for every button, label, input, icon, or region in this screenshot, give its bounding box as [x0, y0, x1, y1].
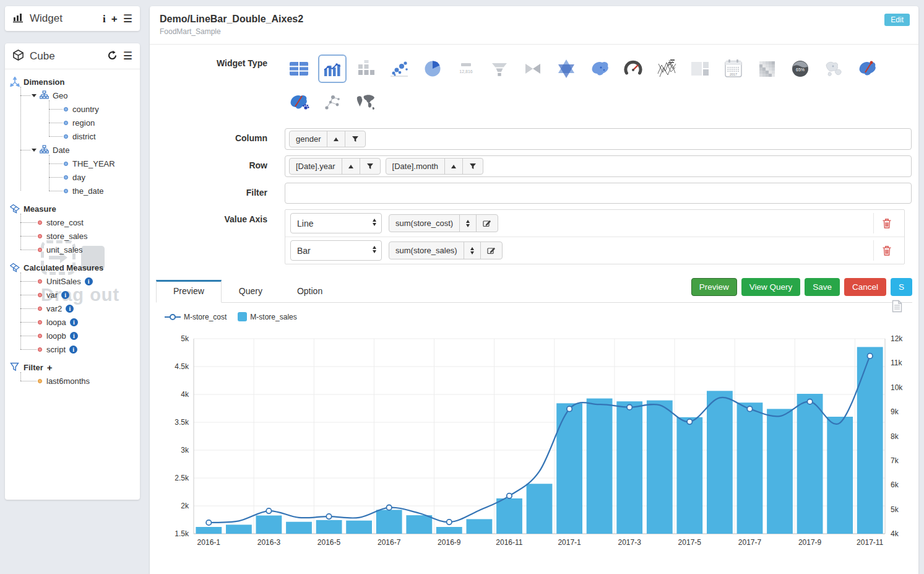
tree-item-unit_sales[interactable]: unit_sales — [5, 243, 140, 256]
measure-icon — [10, 204, 20, 214]
field-chip--date-month[interactable]: [Date].month — [386, 158, 483, 175]
svg-text:2.5k: 2.5k — [175, 474, 189, 482]
relation-graph-icon[interactable] — [318, 89, 347, 117]
info-icon[interactable]: i — [70, 318, 78, 326]
filter-funnel-icon[interactable] — [463, 159, 483, 174]
reorder-icon[interactable] — [464, 242, 481, 259]
tree-item-district[interactable]: district — [5, 129, 140, 143]
mosaic-chart-icon[interactable] — [753, 54, 781, 83]
sort-asc-icon[interactable] — [445, 159, 463, 174]
field-chip-gender[interactable]: gender — [289, 131, 366, 147]
tree-item-var[interactable]: var i — [5, 288, 140, 302]
tree-item-var2[interactable]: var2 i — [5, 302, 140, 315]
view-query-button[interactable]: View Query — [741, 278, 801, 296]
chart-legend: M-store_cost M-store_sales — [165, 312, 918, 321]
liquid-gauge-icon[interactable]: 65% — [786, 54, 814, 83]
filter-funnel-icon[interactable] — [360, 159, 380, 174]
preview-button[interactable]: Preview — [691, 278, 737, 296]
tree-item-loopa[interactable]: loopa i — [5, 315, 140, 329]
tab-query[interactable]: Query — [222, 279, 280, 303]
tree-item-loopb[interactable]: loopb i — [5, 329, 140, 342]
bowtie-chart-icon[interactable] — [519, 54, 547, 83]
tab-option[interactable]: Option — [280, 279, 340, 303]
add-widget-icon[interactable]: + — [111, 14, 118, 24]
table-chart-icon[interactable] — [285, 54, 313, 83]
tree-section-filter[interactable]: Filter + — [5, 360, 140, 374]
cube-menu-icon[interactable]: ☰ — [123, 51, 132, 61]
gauge-chart-icon[interactable] — [619, 54, 647, 83]
legend-item-store-cost[interactable]: M-store_cost — [165, 313, 227, 321]
collapse-caret-icon[interactable] — [32, 94, 37, 97]
delete-series-icon[interactable] — [873, 213, 899, 233]
add-filter-icon[interactable]: + — [47, 362, 53, 373]
calendar-chart-icon[interactable]: 2017 — [719, 54, 748, 83]
series-type-select[interactable]: Line — [290, 213, 382, 233]
aggregation-chip[interactable]: sum(store_sales) — [389, 241, 503, 259]
column-dropzone[interactable]: gender — [285, 128, 912, 150]
world-map-icon[interactable] — [352, 89, 380, 117]
aggregation-chip[interactable]: sum(store_cost) — [389, 214, 498, 232]
tree-item-last6months[interactable]: last6months — [5, 374, 140, 388]
svg-text:2k: 2k — [181, 502, 189, 510]
tree-section-measure[interactable]: Measure — [5, 202, 140, 215]
scatter-chart-icon[interactable] — [385, 54, 413, 83]
tree-item-geo[interactable]: Geo — [5, 89, 140, 102]
info-icon[interactable]: i — [85, 277, 93, 285]
edit-button[interactable]: Edit — [884, 14, 910, 26]
tree-item-day[interactable]: day — [5, 170, 140, 184]
reorder-icon[interactable] — [460, 215, 477, 232]
treemap-chart-icon[interactable] — [686, 54, 714, 83]
tree-item-country[interactable]: country — [5, 102, 140, 116]
tree-item-unitsales[interactable]: UnitSales i — [5, 274, 140, 288]
tree-item-script[interactable]: script i — [5, 342, 140, 356]
china-map-pin-icon[interactable] — [853, 54, 881, 83]
filter-input[interactable] — [285, 183, 912, 204]
refresh-icon[interactable] — [107, 50, 118, 63]
info-icon[interactable]: i — [61, 291, 69, 299]
tab-preview[interactable]: Preview — [156, 280, 222, 303]
info-icon[interactable]: i — [66, 305, 74, 313]
series-type-select[interactable]: Bar — [290, 240, 382, 261]
tree-item-the_year[interactable]: THE_YEAR — [5, 157, 140, 170]
tree-item-region[interactable]: region — [5, 116, 140, 129]
save-button[interactable]: Save — [805, 278, 840, 296]
edit-expression-icon[interactable] — [481, 242, 502, 259]
hierarchy-icon — [40, 90, 49, 101]
map-pin-paw-icon[interactable] — [285, 89, 313, 117]
info-icon[interactable]: i — [70, 332, 78, 340]
sort-asc-icon[interactable] — [342, 159, 360, 174]
funnel-chart-icon[interactable] — [485, 54, 514, 83]
tree-item-store_cost[interactable]: store_cost — [5, 215, 140, 229]
tree-section-calculated-measures[interactable]: Calculated Measures — [5, 261, 140, 274]
delete-series-icon[interactable] — [873, 240, 899, 261]
china-map-icon[interactable] — [585, 54, 614, 83]
stacked-bar-icon[interactable] — [352, 54, 380, 83]
row-dropzone[interactable]: [Date].year [Date].month — [285, 155, 912, 177]
svg-text:9k: 9k — [891, 407, 899, 416]
sort-asc-icon[interactable] — [327, 131, 345, 147]
data-view-icon[interactable] — [892, 300, 902, 315]
action-buttons: PreviewView QuerySaveCancelS — [691, 278, 912, 296]
measure-bullet — [38, 320, 42, 324]
tree-item-date[interactable]: Date — [5, 143, 140, 157]
tree-item-the_date[interactable]: the_date — [5, 184, 140, 198]
tree-item-store_sales[interactable]: store_sales — [5, 229, 140, 243]
filter-funnel-icon[interactable] — [345, 131, 365, 147]
info-icon[interactable]: i — [103, 14, 106, 24]
pie-chart-icon[interactable] — [418, 54, 447, 83]
cancel-button[interactable]: Cancel — [844, 278, 886, 296]
measure-bullet — [38, 220, 42, 225]
edit-expression-icon[interactable] — [477, 215, 498, 232]
parallel-flow-icon[interactable] — [652, 54, 681, 83]
light-map-icon[interactable] — [819, 54, 848, 83]
radar-chart-icon[interactable] — [552, 54, 581, 83]
legend-item-store-sales[interactable]: M-store_sales — [238, 312, 296, 321]
widget-menu-icon[interactable]: ☰ — [123, 14, 132, 24]
collapse-caret-icon[interactable] — [32, 149, 37, 152]
info-icon[interactable]: i — [69, 346, 77, 354]
s-button[interactable]: S — [891, 278, 912, 296]
field-chip--date-year[interactable]: [Date].year — [289, 158, 381, 175]
number-card-icon[interactable]: 12,816 — [452, 54, 480, 83]
bar-line-chart-icon[interactable] — [318, 54, 347, 83]
tree-section-dimension[interactable]: Dimension — [5, 75, 140, 89]
